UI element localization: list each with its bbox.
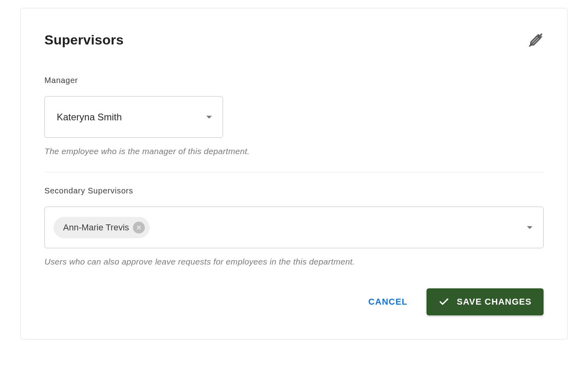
manager-select[interactable]: Kateryna Smith xyxy=(44,96,223,138)
check-icon xyxy=(438,296,450,307)
manager-help-text: The employee who is the manager of this … xyxy=(44,147,544,156)
edit-disabled-icon[interactable] xyxy=(528,32,544,48)
card-title: Supervisors xyxy=(44,32,124,48)
chevron-down-icon xyxy=(527,226,532,229)
save-changes-button[interactable]: SAVE CHANGES xyxy=(427,288,544,315)
save-button-label: SAVE CHANGES xyxy=(457,297,532,307)
supervisors-card: Supervisors Manager Kateryna Smith The e… xyxy=(20,8,568,340)
actions-row: CANCEL SAVE CHANGES xyxy=(44,288,544,315)
secondary-label: Secondary Supervisors xyxy=(44,186,544,195)
card-header: Supervisors xyxy=(44,32,544,48)
svg-point-0 xyxy=(540,35,542,36)
secondary-field-group: Secondary Supervisors Ann-Marie Trevis U… xyxy=(44,186,544,267)
secondary-help-text: Users who can also approve leave request… xyxy=(44,257,544,267)
manager-label: Manager xyxy=(44,76,544,85)
secondary-select-input: Ann-Marie Trevis xyxy=(44,207,544,248)
svg-point-1 xyxy=(541,36,542,37)
divider xyxy=(44,172,544,172)
manager-field-group: Manager Kateryna Smith The employee who … xyxy=(44,76,544,156)
chevron-down-icon xyxy=(206,116,212,118)
chip: Ann-Marie Trevis xyxy=(54,217,150,238)
chip-label: Ann-Marie Trevis xyxy=(63,222,129,233)
cancel-button[interactable]: CANCEL xyxy=(365,290,411,313)
secondary-select[interactable]: Ann-Marie Trevis xyxy=(44,207,544,248)
chip-remove-icon[interactable] xyxy=(133,222,145,234)
manager-select-value: Kateryna Smith xyxy=(44,96,223,138)
